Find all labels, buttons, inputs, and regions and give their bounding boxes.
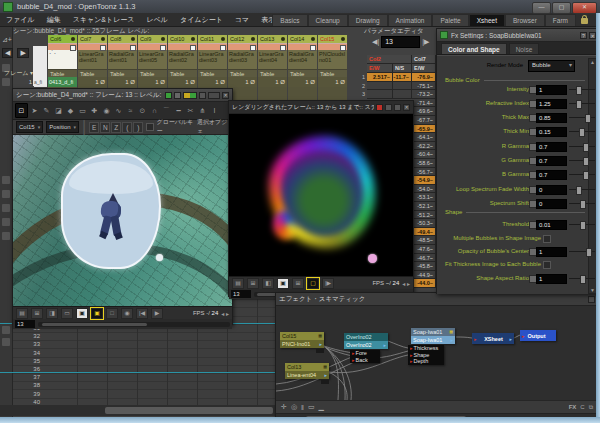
skeleton-tool[interactable]: ⋔ (197, 104, 208, 117)
room-tab-browser[interactable]: Browser (505, 14, 545, 26)
histogram-icon[interactable]: ▤ (232, 278, 244, 289)
cell-frame1[interactable]: 1 Ø (108, 77, 137, 87)
text-tool[interactable]: I (209, 104, 220, 117)
sub-camera-icon[interactable]: ▢ (307, 278, 319, 289)
tool-option-button[interactable]: Z (111, 122, 121, 133)
cell-frame1[interactable]: 1 Ø (288, 77, 317, 87)
camera-stand-toggle[interactable]: C (580, 404, 584, 410)
define-subcamera-icon[interactable]: ⊞ (292, 278, 304, 289)
tape-tool[interactable]: ▭ (77, 104, 88, 117)
param-cell[interactable]: -56.7~ (412, 168, 436, 177)
frame-step-buttons[interactable]: ◂ ▸ (402, 280, 410, 287)
fx-param-slider[interactable] (569, 160, 595, 161)
node-soapbubble[interactable]: Soap-Iwa01▦Soap-Iwa01▸ (411, 328, 455, 344)
render-mode-dropdown[interactable]: Bubble (528, 60, 575, 72)
panel-icon[interactable] (2, 78, 10, 86)
fx-titlebar[interactable]: Fx Settings : SoapBubbleIwa01 ? ✕ (437, 29, 599, 42)
fx-help-icon[interactable]: ? (580, 32, 587, 39)
viewer-canvas[interactable] (13, 135, 232, 306)
node-output[interactable]: ▸Output (520, 330, 556, 341)
param-cell[interactable]: -69.6~ (412, 107, 436, 116)
fx-slider-handle[interactable] (576, 86, 582, 95)
fx-param-value[interactable]: 1 (536, 247, 567, 257)
preview-icon[interactable] (208, 92, 220, 99)
column-eye-icon[interactable] (341, 37, 345, 41)
global-key-checkbox[interactable] (146, 123, 153, 131)
menu-ファイル[interactable]: ファイル (0, 15, 41, 25)
param-cell[interactable]: -60.4~ (412, 150, 436, 159)
cell-frame1[interactable]: 1 Ø (138, 77, 167, 87)
fx-param-slider[interactable] (569, 189, 595, 190)
param-cell[interactable]: -53.1~ (412, 193, 436, 202)
fx-browser-button[interactable]: FX (569, 404, 577, 410)
swap-icon[interactable]: ‖ (301, 404, 304, 411)
fx-param-slider[interactable] (569, 251, 595, 252)
param-cell[interactable]: -64.1~ (412, 133, 436, 142)
room-tab-animation[interactable]: Animation (388, 14, 433, 26)
flipbook-canvas[interactable] (229, 114, 413, 276)
fx-param-value[interactable]: 0.15 (536, 127, 567, 137)
cell-frame1[interactable]: 1 Ø (78, 77, 107, 87)
flag-icon[interactable]: ▭ (61, 308, 73, 319)
room-tab-drawing[interactable]: Drawing (348, 14, 388, 26)
column-eye-icon[interactable] (221, 37, 225, 41)
column-thumbnail[interactable]: RadialGradient03 (228, 50, 257, 69)
xsheet-column-header-col11[interactable]: Col11LinearGradient03Table (198, 35, 227, 79)
column-filter-bar[interactable] (168, 43, 197, 50)
column-filter-bar[interactable] (318, 43, 347, 50)
column-thumbnail[interactable]: PNCloudsIno01 (318, 50, 347, 69)
schematic-titlebar[interactable]: エフェクト・スキマティック (276, 293, 598, 306)
xsheet-column-header-col6[interactable]: Col6·˙·Table (48, 35, 77, 79)
pinch-tool[interactable]: ≈ (125, 104, 136, 117)
column-filter-bar[interactable] (228, 43, 257, 50)
column-eye-icon[interactable] (71, 37, 75, 41)
node-ports[interactable]: ▸Thickness▸Shape▸Depth (408, 345, 444, 365)
fx-slider-handle[interactable] (580, 275, 586, 284)
maximize-button[interactable]: ▢ (552, 2, 571, 14)
histogram-icon[interactable]: ▤ (16, 308, 28, 319)
column-thumbnail[interactable]: RadialGradient04 (288, 50, 317, 69)
room-tab-farm[interactable]: Farm (545, 14, 576, 26)
fx-slider-handle[interactable] (580, 200, 586, 209)
flipbook-minimize-icon[interactable] (394, 104, 401, 111)
prev-key-button[interactable]: ◀| (372, 38, 379, 46)
pan-icon[interactable]: ⊞ (247, 278, 259, 289)
close-button[interactable]: ✕ (572, 2, 597, 14)
cell-frame1[interactable]: 1 Ø (258, 77, 287, 87)
minimize-icon[interactable]: ▁ (319, 403, 324, 411)
fx-param-checkbox[interactable] (543, 261, 551, 269)
cell-frame1[interactable]: 1 Ø (228, 77, 257, 87)
xsheet-column-header-col9[interactable]: Col9LinearGradient05Table (138, 35, 167, 79)
column-eye-icon[interactable] (101, 37, 105, 41)
viewer-frame-field[interactable]: 13 (15, 320, 35, 328)
focus-icon[interactable]: ◎ (291, 403, 297, 411)
node-col13[interactable]: Col13▦Linea-ent04▸ (285, 363, 329, 379)
param-cell[interactable]: -44.9~ (412, 271, 436, 280)
parameter-frame-field[interactable]: 13 (381, 36, 420, 48)
param-cell[interactable]: -51.2~ (412, 211, 436, 220)
param-cell[interactable]: -73.2~ (412, 90, 436, 99)
cell-frame1[interactable]: 1 Ø (198, 77, 227, 87)
param-cell[interactable]: -54.0~ (412, 185, 436, 194)
cell-col6[interactable]: 0413_d_fi (48, 77, 77, 87)
node-xsheet[interactable]: ▸XSheet▸ (472, 333, 514, 344)
param-cell[interactable]: -65.9~ (412, 125, 436, 134)
fx-close-icon[interactable]: ✕ (589, 32, 596, 39)
panel-icon[interactable] (2, 326, 10, 334)
param-cell[interactable] (367, 90, 393, 99)
play-icon[interactable]: |▶ (322, 278, 334, 289)
viewer-close-icon[interactable]: ✕ (222, 92, 229, 99)
column-filter-bar[interactable] (288, 43, 317, 50)
column-select[interactable]: Col15▾ (16, 121, 43, 133)
freeze-icon[interactable] (199, 92, 206, 99)
fx-param-slider[interactable] (569, 203, 595, 204)
brush-tool[interactable]: ✎ (41, 104, 52, 117)
menu-スキャン&トレース[interactable]: スキャン&トレース (67, 15, 141, 25)
menu-タイムシート[interactable]: タイムシート (174, 15, 229, 25)
fx-param-value[interactable]: 0.7 (536, 170, 567, 180)
column-eye-icon[interactable] (311, 37, 315, 41)
node-col15[interactable]: Col15▦PNCl-Ino01▸ (280, 332, 324, 348)
fx-slider-handle[interactable] (580, 221, 586, 230)
param-cell[interactable]: -44.0~ (412, 279, 436, 288)
compare-icon[interactable]: ◧ (262, 278, 274, 289)
